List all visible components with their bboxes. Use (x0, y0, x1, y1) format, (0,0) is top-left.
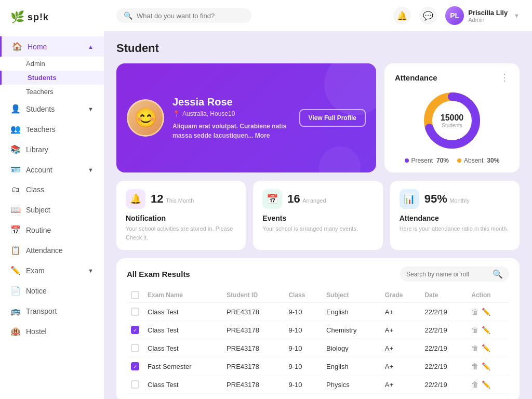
row-subject: Physics (322, 376, 381, 394)
edit-button-1[interactable]: ✏️ (482, 326, 490, 334)
bio-more-link[interactable]: More (255, 132, 270, 139)
nav-section: 🏠 Home ▲ Admin Students Teachers 👤 Stude… (0, 36, 104, 341)
logo: 🌿 sp!k (0, 10, 104, 36)
chevron-down-icon-account: ▼ (88, 167, 94, 173)
row-exam-name: Class Test (143, 321, 222, 339)
search-input[interactable] (137, 12, 244, 20)
header: 🔍 🔔 💬 PL Priscilla Lily Admin ▼ (104, 0, 532, 31)
stat-top-events: 📅 16 Arranged (262, 189, 373, 209)
edit-button-3[interactable]: ✏️ (482, 362, 490, 370)
attendance-card: Attendance ⋮ 15000 Students (384, 63, 520, 172)
attendance-title: Attendance (395, 73, 437, 82)
profile-card: 😊 Jessia Rose 📍 Australia, House10 Aliqu… (116, 63, 376, 172)
exam-results-title: All Exam Results (127, 270, 190, 278)
chevron-up-icon: ▲ (88, 44, 94, 50)
row-checkbox-3[interactable]: ✓ (131, 362, 139, 370)
student-avatar: 😊 (127, 99, 164, 137)
row-subject: English (322, 357, 381, 376)
user-profile-button[interactable]: PL Priscilla Lily Admin ▼ (445, 6, 520, 25)
sidebar-item-teachers-label: Teachers (26, 125, 56, 134)
avatar: PL (445, 6, 464, 25)
col-class: Class (284, 288, 322, 303)
row-checkbox-1[interactable]: ✓ (131, 326, 139, 334)
students-icon: 👤 (10, 104, 21, 114)
exam-search-box[interactable]: 🔍 (400, 267, 509, 282)
delete-button-1[interactable]: 🗑 (471, 326, 478, 334)
donut-center: 15000 Students (441, 113, 464, 128)
row-actions: 🗑 ✏️ (471, 362, 505, 370)
stat-name-attendance: Attendance (400, 214, 510, 222)
row-checkbox-2[interactable] (131, 344, 139, 352)
present-pct: 70% (436, 157, 449, 164)
sidebar-item-library[interactable]: 📚 Library (0, 139, 104, 159)
absent-pct: 30% (487, 157, 499, 164)
more-options-button[interactable]: ⋮ (500, 72, 509, 83)
library-icon: 📚 (10, 144, 21, 154)
view-full-profile-button[interactable]: View Full Profile (299, 109, 366, 127)
sidebar-item-subject[interactable]: 📖 Subject (0, 200, 104, 220)
exam-search-input[interactable] (406, 271, 489, 278)
sidebar-item-account[interactable]: 🪪 Account ▼ (0, 159, 104, 180)
row-exam-name: Class Test (143, 376, 222, 394)
row-checkbox-4[interactable] (131, 380, 139, 389)
edit-button-4[interactable]: ✏️ (482, 380, 490, 389)
sidebar-item-attendance[interactable]: 📋 Attendance (0, 240, 104, 260)
sidebar-item-students[interactable]: 👤 Students ▼ (0, 99, 104, 119)
main-content: 🔍 🔔 💬 PL Priscilla Lily Admin ▼ Student (104, 0, 532, 399)
sidebar-sub-students[interactable]: Students (0, 71, 104, 85)
sidebar-item-notice-label: Notice (26, 287, 47, 295)
row-date: 22/2/19 (420, 339, 467, 357)
row-class: 9-10 (284, 357, 322, 376)
edit-button-0[interactable]: ✏️ (482, 308, 490, 316)
delete-button-2[interactable]: 🗑 (471, 344, 478, 352)
row-checkbox-0[interactable] (131, 308, 139, 316)
events-stat-icon: 📅 (262, 189, 282, 209)
absent-dot (457, 158, 461, 163)
sidebar-item-students-label: Students (26, 105, 55, 113)
user-info: Priscilla Lily Admin (468, 9, 508, 23)
edit-button-2[interactable]: ✏️ (482, 344, 490, 352)
col-action: Action (467, 288, 509, 303)
sidebar-item-notice[interactable]: 📄 Notice (0, 281, 104, 301)
row-grade: A+ (381, 303, 421, 321)
present-legend: Present 70% (405, 157, 449, 164)
student-location: 📍 Australia, House10 (172, 110, 291, 117)
col-subject: Subject (322, 288, 381, 303)
stat-card-notification: 🔔 12 This Month Notification Your school… (116, 181, 246, 250)
search-icon: 🔍 (124, 11, 132, 20)
sidebar-item-teachers[interactable]: 👥 Teachers (0, 119, 104, 139)
notification-stat-icon: 🔔 (126, 189, 145, 209)
chevron-down-icon: ▼ (88, 106, 94, 112)
sidebar-item-exam[interactable]: ✏️ Exam ▼ (0, 260, 104, 281)
row-exam-name: Fast Semester (143, 357, 222, 376)
select-all-checkbox[interactable] (131, 291, 139, 299)
sidebar-item-class[interactable]: 🗂 Class (0, 180, 104, 200)
student-bio: Aliquam erat volutpat. Curabiene natis m… (172, 122, 291, 140)
row-grade: A+ (381, 376, 421, 394)
sidebar-sub-admin[interactable]: Admin (0, 57, 104, 71)
messages-button[interactable]: 💬 (419, 7, 437, 24)
sidebar-item-home[interactable]: 🏠 Home ▲ (0, 36, 104, 57)
attendance-icon: 📋 (10, 245, 21, 255)
search-box[interactable]: 🔍 (116, 8, 251, 23)
delete-button-4[interactable]: 🗑 (471, 380, 478, 389)
delete-button-0[interactable]: 🗑 (471, 308, 478, 316)
attendance-card-header: Attendance ⋮ (395, 72, 509, 83)
notifications-button[interactable]: 🔔 (393, 7, 411, 24)
sidebar-item-routine[interactable]: 📅 Routine (0, 220, 104, 240)
stat-desc-notification: Your school activities are stored in. Pl… (126, 224, 236, 242)
stat-number-attendance: 95% Monthly (424, 192, 470, 206)
row-student-id: PRE43178 (222, 376, 284, 394)
teachers-icon: 👥 (10, 124, 21, 134)
chevron-down-icon-user: ▼ (514, 12, 520, 19)
sidebar-sub-teachers[interactable]: Teachers (0, 85, 104, 99)
user-role: Admin (468, 17, 508, 23)
exam-icon: ✏️ (10, 265, 21, 275)
sidebar-item-hostel[interactable]: 🏨 Hostel (0, 321, 104, 341)
col-exam-name: Exam Name (143, 288, 222, 303)
row-date: 22/2/19 (420, 303, 467, 321)
stat-top-attendance: 📊 95% Monthly (400, 189, 510, 209)
stat-name-events: Events (262, 214, 373, 222)
delete-button-3[interactable]: 🗑 (471, 362, 478, 370)
sidebar-item-transport[interactable]: 🚌 Transport (0, 301, 104, 321)
